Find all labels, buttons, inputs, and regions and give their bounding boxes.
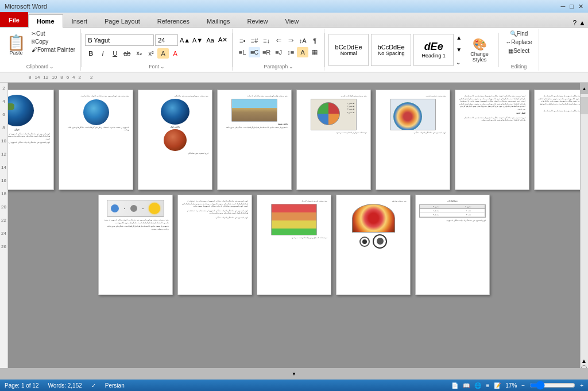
page11-layers: [271, 204, 317, 235]
clipboard-group: 📋 Paste ✂ Cut ⎘ Copy 🖌 Format Painter Cl…: [0, 29, 81, 71]
decrease-font-btn[interactable]: A▼: [192, 34, 203, 46]
paragraph-dialog-icon[interactable]: ⌄: [289, 64, 293, 69]
bold-btn[interactable]: B: [85, 48, 96, 59]
page5-diagram: ■ بخش ۱ ■ بخش ۲ ■ بخش ۳ ■ بخش ۴: [311, 99, 357, 130]
paste-button[interactable]: 📋 Paste: [3, 30, 29, 61]
subscript-btn[interactable]: x₂: [133, 48, 145, 59]
sort-btn[interactable]: ↕A: [297, 36, 308, 46]
tab-home[interactable]: Home: [28, 14, 63, 28]
align-left-btn[interactable]: ≡L: [237, 47, 248, 57]
spell-check-icon[interactable]: ✓: [91, 382, 96, 389]
copy-button[interactable]: ⎘ Copy: [30, 38, 77, 45]
view-full-reading[interactable]: 📖: [463, 382, 470, 389]
style-nospace-preview: bCcDdEe: [378, 44, 405, 51]
scroll-thumb[interactable]: [581, 97, 588, 114]
view-draft[interactable]: 📝: [494, 382, 501, 389]
font-name-input[interactable]: [85, 34, 154, 46]
bullets-btn[interactable]: ≡•: [237, 36, 248, 46]
document-scroll-area[interactable]: عنوان لورم ایپسوم متن ساختگی با تولید سا…: [8, 83, 580, 391]
ribbon-tab-bar: File Home Insert Page Layout References …: [0, 13, 588, 28]
font-size-input[interactable]: [155, 34, 178, 46]
format-painter-button[interactable]: 🖌 Format Painter: [30, 46, 77, 53]
page-2: متن صفحه دوم لورم ایپسوم متن ساختگی با ت…: [59, 90, 133, 190]
page1-content: عنوان لورم ایپسوم متن ساختگی با تولید سا…: [8, 128, 50, 190]
page-info: Page: 1 of 12: [5, 382, 39, 389]
zoom-in-btn[interactable]: +: [580, 382, 583, 389]
decrease-indent-btn[interactable]: ⇐: [273, 36, 284, 46]
line-spacing-btn[interactable]: ↕≡: [285, 47, 296, 57]
editing-label: Editing: [511, 63, 527, 69]
style-heading1-btn[interactable]: dEe Heading 1: [413, 34, 454, 66]
tab-page-layout[interactable]: Page Layout: [96, 14, 149, 27]
view-outline[interactable]: ≡: [486, 382, 489, 389]
font-color-btn[interactable]: A: [169, 48, 181, 59]
view-web-layout[interactable]: 🌐: [474, 382, 481, 389]
tab-review[interactable]: Review: [238, 14, 276, 27]
italic-btn[interactable]: I: [97, 48, 109, 59]
increase-indent-btn[interactable]: ⇒: [285, 36, 296, 46]
superscript-btn[interactable]: x²: [145, 48, 157, 59]
page-6: متن صفحه ششم با نقشه. لورم ایپسوم متن سا…: [376, 90, 450, 190]
styles-scroll-up[interactable]: ▲: [456, 34, 462, 41]
scroll-down-btn[interactable]: ▼: [0, 368, 588, 380]
scroll-prev-page[interactable]: ▲: [581, 358, 587, 364]
style-nospace-btn[interactable]: bCcDdEe No Spacing: [371, 34, 411, 66]
find-btn[interactable]: 🔍 Find: [508, 30, 529, 37]
ribbon-minimize-btn[interactable]: ▲: [579, 19, 586, 27]
clipboard-dialog-icon[interactable]: ⌄: [49, 64, 54, 69]
page1-earth-img: [8, 95, 34, 126]
tab-insert[interactable]: Insert: [63, 14, 96, 27]
font-dialog-icon[interactable]: ⌄: [160, 64, 165, 69]
page6-content: متن صفحه ششم با نقشه. لورم ایپسوم متن سا…: [380, 95, 446, 185]
align-center-btn[interactable]: ≡C: [249, 47, 260, 57]
style-nospace-label: No Spacing: [378, 51, 405, 56]
font-label: Font ⌄: [149, 63, 165, 69]
paste-label: Paste: [9, 50, 22, 56]
page2-content: متن صفحه دوم لورم ایپسوم متن ساختگی با ت…: [63, 95, 129, 185]
numbering-btn[interactable]: ≡#: [249, 36, 260, 46]
tab-view[interactable]: View: [277, 14, 308, 27]
status-right: 📄 📖 🌐 ≡ 📝 17% − +: [451, 382, 583, 389]
zoom-out-btn[interactable]: −: [521, 382, 525, 389]
change-case-btn[interactable]: Aa: [204, 34, 216, 46]
styles-expand[interactable]: ⌄: [456, 59, 462, 65]
select-btn[interactable]: ▦ Select: [506, 47, 531, 55]
justify-btn[interactable]: ≡J: [273, 47, 284, 57]
maximize-btn[interactable]: □: [570, 3, 574, 10]
clear-format-btn[interactable]: A✕: [217, 34, 229, 46]
view-print-layout[interactable]: 📄: [451, 382, 458, 389]
close-btn[interactable]: ✕: [578, 3, 583, 10]
replace-btn[interactable]: ↔ Replace: [504, 38, 534, 46]
show-formatting-btn[interactable]: ¶: [309, 36, 320, 46]
style-normal-btn[interactable]: bCcDdEe Normal: [328, 34, 369, 66]
styles-scroll-down[interactable]: ▼: [456, 47, 462, 53]
text-highlight-btn[interactable]: A: [157, 48, 169, 59]
page2-globe: [83, 99, 109, 125]
page3-content: متن صفحه سوم لورم ایپسوم متن ساختگی. بخش…: [142, 95, 208, 185]
page-10: لورم ایپسوم متن ساختگی با تولید سادگی نا…: [177, 195, 252, 295]
scroll-up-btn[interactable]: ▲: [581, 83, 588, 94]
change-styles-btn[interactable]: 🎨 Change Styles: [464, 34, 495, 65]
minimize-btn[interactable]: ─: [561, 3, 566, 10]
multilevel-btn[interactable]: ≡↓: [261, 36, 272, 46]
page-3: متن صفحه سوم لورم ایپسوم متن ساختگی. بخش…: [138, 90, 212, 190]
shading-btn[interactable]: A: [297, 47, 308, 57]
tab-references[interactable]: References: [149, 14, 198, 27]
page-13: جدول اطلاعات ستون ۱ ستون ۲ داده ۱ مقدار …: [415, 195, 490, 295]
page7-content: لورم ایپسوم متن ساختگی با تولید سادگی نا…: [459, 95, 525, 185]
page4-content: متن صفحه چهارم لورم ایپسوم متن ساختگی با…: [221, 95, 288, 185]
ribbon-help-btn[interactable]: ?: [572, 19, 577, 27]
tab-mailings[interactable]: Mailings: [198, 14, 238, 27]
scrollbar[interactable]: ▲ ▲ ▼ ▼: [580, 83, 588, 391]
increase-font-btn[interactable]: A▲: [179, 34, 191, 46]
strikethrough-btn[interactable]: ab: [121, 48, 133, 59]
tab-file[interactable]: File: [0, 12, 28, 27]
zoom-slider[interactable]: [529, 382, 575, 388]
page-1: عنوان لورم ایپسوم متن ساختگی با تولید سا…: [8, 90, 54, 190]
cut-button[interactable]: ✂ Cut: [30, 30, 77, 37]
style-heading1-label: Heading 1: [422, 53, 446, 59]
borders-btn[interactable]: ▦: [309, 47, 320, 57]
change-styles-label: Change Styles: [466, 51, 493, 63]
align-right-btn[interactable]: ≡R: [261, 47, 272, 57]
underline-btn[interactable]: U: [109, 48, 121, 59]
